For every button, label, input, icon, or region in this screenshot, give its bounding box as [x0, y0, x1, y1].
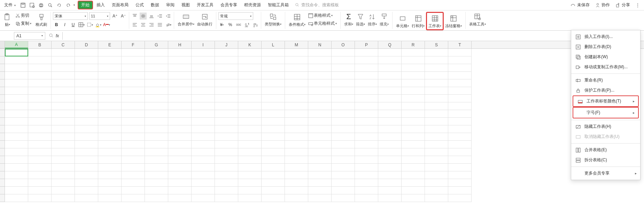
cell[interactable]	[355, 133, 378, 141]
cell[interactable]	[448, 164, 472, 171]
cell[interactable]	[448, 110, 472, 118]
cell[interactable]	[192, 179, 215, 187]
cell[interactable]	[425, 102, 448, 110]
cell[interactable]	[75, 49, 98, 56]
cell[interactable]	[98, 187, 122, 194]
increase-decimal-button[interactable]: .0.00	[243, 21, 250, 28]
undo-icon[interactable]	[55, 1, 63, 9]
cell[interactable]	[355, 79, 378, 87]
cell[interactable]	[332, 194, 355, 202]
row-header[interactable]	[0, 187, 5, 194]
cell[interactable]	[5, 118, 28, 125]
cell[interactable]	[145, 118, 168, 125]
cell[interactable]	[308, 179, 332, 187]
menu-rename-sheet[interactable]: 重命名(R)	[571, 75, 640, 85]
cell[interactable]	[402, 148, 425, 156]
cell[interactable]	[448, 194, 472, 202]
cell[interactable]	[5, 156, 28, 164]
cell[interactable]	[262, 171, 285, 179]
name-box[interactable]: A1 ▾	[14, 32, 45, 40]
cell[interactable]	[75, 156, 98, 164]
cell[interactable]	[192, 194, 215, 202]
cell[interactable]	[122, 164, 145, 171]
cell[interactable]	[192, 95, 215, 102]
cell[interactable]	[285, 102, 308, 110]
cell[interactable]	[285, 79, 308, 87]
cell[interactable]	[145, 56, 168, 64]
cell[interactable]	[122, 95, 145, 102]
cell[interactable]	[192, 187, 215, 194]
cell[interactable]	[238, 118, 262, 125]
file-menu[interactable]: 文件 ▾	[1, 2, 18, 8]
cell[interactable]	[378, 171, 402, 179]
cell[interactable]	[145, 87, 168, 95]
currency-button[interactable]: ¥▾	[218, 21, 225, 28]
cell[interactable]	[168, 148, 192, 156]
font-color-button[interactable]: A▾	[103, 21, 110, 28]
comma-button[interactable]: 000	[235, 21, 242, 28]
cell[interactable]	[355, 125, 378, 133]
cell[interactable]	[215, 110, 238, 118]
cell[interactable]	[238, 49, 262, 56]
cell[interactable]	[378, 156, 402, 164]
cell[interactable]	[285, 64, 308, 72]
row-header[interactable]	[0, 156, 5, 164]
cell[interactable]	[52, 56, 75, 64]
cell[interactable]	[5, 102, 28, 110]
cell[interactable]	[98, 179, 122, 187]
cell[interactable]	[215, 141, 238, 148]
increase-indent-icon[interactable]	[165, 13, 172, 20]
align-center-icon[interactable]	[140, 21, 147, 28]
cell[interactable]	[145, 125, 168, 133]
cell[interactable]	[425, 79, 448, 87]
worksheet-button[interactable]: 工作表▾	[426, 12, 444, 30]
col-header-k[interactable]: K	[238, 41, 262, 48]
cell[interactable]	[98, 49, 122, 56]
cell[interactable]	[332, 179, 355, 187]
cell[interactable]	[355, 187, 378, 194]
cell[interactable]	[5, 110, 28, 118]
border-button[interactable]: ▾	[78, 21, 85, 28]
cell[interactable]	[402, 118, 425, 125]
cell[interactable]	[355, 179, 378, 187]
cell[interactable]	[98, 72, 122, 79]
cell[interactable]	[238, 56, 262, 64]
cell[interactable]	[75, 87, 98, 95]
cell[interactable]	[75, 187, 98, 194]
cell[interactable]	[28, 64, 52, 72]
cell[interactable]	[215, 194, 238, 202]
cell[interactable]	[168, 125, 192, 133]
cell[interactable]	[75, 79, 98, 87]
qat-dropdown-icon[interactable]: ▾	[73, 3, 75, 7]
cell[interactable]	[332, 156, 355, 164]
cell[interactable]	[122, 171, 145, 179]
col-header-o[interactable]: O	[332, 41, 355, 48]
cell[interactable]	[75, 95, 98, 102]
cell[interactable]	[425, 87, 448, 95]
cell[interactable]	[238, 133, 262, 141]
share-button[interactable]: 分享	[613, 2, 633, 8]
cell[interactable]	[5, 133, 28, 141]
cell[interactable]	[192, 164, 215, 171]
cell[interactable]	[425, 133, 448, 141]
cell[interactable]	[332, 141, 355, 148]
cell[interactable]	[122, 141, 145, 148]
cell[interactable]	[28, 141, 52, 148]
cell[interactable]	[168, 102, 192, 110]
cell[interactable]	[145, 187, 168, 194]
cell[interactable]	[308, 133, 332, 141]
tab-insert[interactable]: 插入	[93, 1, 108, 9]
cell[interactable]	[122, 156, 145, 164]
cell[interactable]	[425, 110, 448, 118]
cell[interactable]	[425, 118, 448, 125]
cell[interactable]	[145, 49, 168, 56]
cell[interactable]	[425, 164, 448, 171]
col-header-n[interactable]: N	[308, 41, 332, 48]
cell[interactable]	[98, 95, 122, 102]
cell[interactable]	[75, 171, 98, 179]
menu-font-size[interactable]: 字号(F) ▸	[573, 107, 639, 118]
print-icon[interactable]	[37, 1, 45, 9]
col-header-g[interactable]: G	[145, 41, 168, 48]
fill-button[interactable]: 填充▾	[378, 12, 390, 27]
cell[interactable]	[5, 87, 28, 95]
